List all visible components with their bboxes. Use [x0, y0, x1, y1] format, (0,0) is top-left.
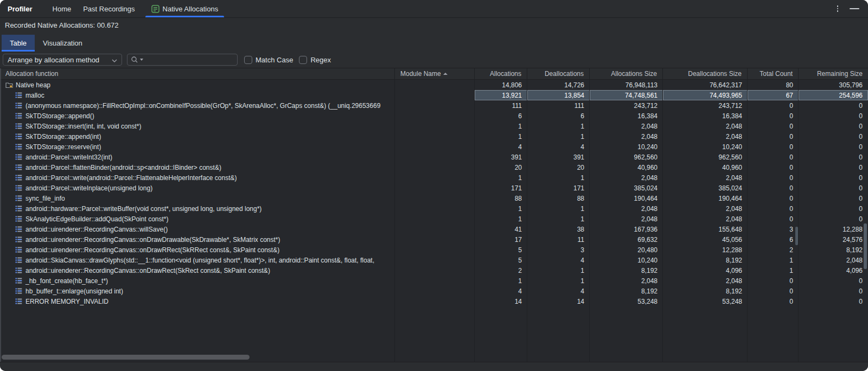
table-row[interactable]: android::Parcel::write(android::Parcel::…	[0, 172, 868, 183]
cell-total-count: 0	[748, 121, 799, 131]
numeric-value: 88	[515, 195, 522, 202]
horizontal-scrollbar-thumb[interactable]	[2, 355, 250, 360]
regex-checkbox[interactable]	[299, 56, 307, 64]
numeric-value: 2	[789, 246, 793, 254]
table-row[interactable]: SkTDStorage::append()6616,38416,38400	[0, 111, 868, 121]
column-header-label: Module Name	[400, 70, 441, 78]
cell-module-name	[395, 142, 475, 152]
column-header-allocations-size[interactable]: Allocations Size	[590, 68, 663, 79]
tab-table[interactable]: Table	[2, 35, 35, 52]
cell-allocations-size: 2,048	[590, 131, 663, 142]
nav-tab-home[interactable]: Home	[47, 0, 78, 17]
table-row[interactable]: Native heap14,80614,72676,948,11376,642,…	[0, 80, 868, 90]
cell-deallocations-size: 2,048	[663, 121, 748, 131]
table-row[interactable]: _hb_font_create(hb_face_t*)112,0482,0480…	[0, 276, 868, 286]
table-row[interactable]: (anonymous namespace)::FillRectOpImpl::o…	[0, 100, 868, 111]
column-header-module-name[interactable]: Module Name	[395, 68, 475, 79]
column-header-total-count[interactable]: Total Count	[748, 68, 799, 79]
allocation-function-name: android::SkiaCanvas::drawGlyphs(std::__1…	[25, 257, 374, 264]
table-row[interactable]: android::uirenderer::RecordingCanvas::wi…	[0, 224, 868, 234]
table-row[interactable]: SkTDStorage::append(int)112,0482,04800	[0, 131, 868, 142]
cell-allocations-size: 76,948,113	[590, 80, 663, 90]
column-header-deallocations[interactable]: Deallocations	[527, 68, 590, 79]
numeric-value: 40,960	[722, 164, 742, 171]
table-row[interactable]: malloc13,92113,85474,748,56174,493,96567…	[0, 90, 868, 100]
kebab-menu-icon[interactable]	[835, 4, 840, 14]
table-row[interactable]: android::uirenderer::RecordingCanvas::on…	[0, 234, 868, 245]
table-row[interactable]: SkAnalyticEdgeBuilder::addQuad(SkPoint c…	[0, 214, 868, 224]
search-input[interactable]	[145, 55, 234, 65]
numeric-value: 0	[859, 298, 863, 305]
arrange-by-dropdown[interactable]: Arrange by allocation method	[3, 54, 122, 66]
numeric-value: 2,048	[641, 123, 658, 130]
chevron-down-icon	[112, 56, 117, 64]
numeric-value: 2,048	[726, 215, 742, 223]
cell-allocations-size: 69,632	[590, 234, 663, 245]
cell-remaining-size: 305,796	[799, 80, 868, 90]
table-row[interactable]: android::hardware::Parcel::writeBuffer(v…	[0, 203, 868, 214]
table-row[interactable]: SkTDStorage::insert(int, int, void const…	[0, 121, 868, 131]
cell-allocation-function: android::Parcel::writeInt32(int)	[0, 152, 395, 162]
numeric-value: 0	[859, 133, 863, 140]
cell-module-name	[395, 255, 475, 265]
cell-total-count: 0	[748, 131, 799, 142]
column-separator	[474, 80, 475, 362]
table-row[interactable]: android::Parcel::writeInplace(unsigned l…	[0, 183, 868, 193]
table-row[interactable]: android::Parcel::flattenBinder(android::…	[0, 162, 868, 172]
column-header-remaining-size[interactable]: Remaining Size	[799, 68, 868, 79]
numeric-value: 190,464	[634, 195, 658, 202]
cell-deallocations: 14	[527, 296, 590, 306]
search-options-caret-icon	[140, 59, 143, 61]
match-case-option[interactable]: Match Case	[244, 56, 293, 64]
tab-visualization[interactable]: Visualization	[35, 35, 91, 52]
cell-module-name	[395, 296, 475, 306]
match-case-checkbox[interactable]	[244, 56, 252, 64]
cell-allocations: 6	[475, 111, 527, 121]
allocation-method-icon	[15, 215, 23, 223]
table-row[interactable]: sync_file_info8888190,464190,46400	[0, 193, 868, 203]
table-row[interactable]: SkTDStorage::reserve(int)4410,24010,2400…	[0, 142, 868, 152]
table-row[interactable]: android::uirenderer::RecordingCanvas::on…	[0, 265, 868, 276]
cell-total-count: 0	[748, 183, 799, 193]
column-separator	[747, 80, 748, 362]
vertical-scrollbar-thumb[interactable]	[864, 223, 867, 269]
cell-allocations: 4	[475, 286, 527, 296]
cell-deallocations: 1	[527, 131, 590, 142]
cell-remaining-size: 8,192	[799, 245, 868, 255]
column-header-label: Remaining Size	[817, 70, 863, 78]
regex-option[interactable]: Regex	[299, 56, 331, 64]
table-row[interactable]: hb_buffer_t::enlarge(unsigned int)448,19…	[0, 286, 868, 296]
allocation-function-name: hb_buffer_t::enlarge(unsigned int)	[25, 287, 123, 295]
numeric-value: 0	[859, 184, 863, 192]
table-row[interactable]: android::uirenderer::RecordingCanvas::on…	[0, 245, 868, 255]
numeric-value: 1	[580, 215, 584, 223]
numeric-value: 171	[511, 184, 522, 192]
allocations-table: Allocation functionModule NameAllocation…	[0, 68, 868, 362]
column-header-allocation-function[interactable]: Allocation function	[0, 68, 395, 79]
numeric-value: 0	[789, 123, 793, 130]
table-row[interactable]: android::SkiaCanvas::drawGlyphs(std::__1…	[0, 255, 868, 265]
cell-deallocations-size: 2,048	[663, 203, 748, 214]
cell-deallocations: 14,726	[527, 80, 590, 90]
nav-tab-past-recordings[interactable]: Past Recordings	[77, 0, 141, 17]
numeric-value: 2,048	[726, 133, 742, 140]
cell-total-count: 67	[748, 90, 799, 100]
cell-allocation-function: Native heap	[0, 80, 395, 90]
cell-remaining-size: 0	[799, 142, 868, 152]
cell-remaining-size: 0	[799, 172, 868, 183]
column-header-allocations[interactable]: Allocations	[475, 68, 527, 79]
numeric-value: 0	[789, 153, 793, 161]
minimize-icon[interactable]	[850, 8, 859, 9]
search-field[interactable]	[127, 54, 238, 66]
numeric-value: 14	[577, 298, 584, 305]
nav-tab-native-allocations[interactable]: Native Allocations	[145, 0, 225, 17]
column-header-label: Deallocations Size	[688, 70, 742, 78]
cell-deallocations-size: 962,560	[663, 152, 748, 162]
column-header-deallocations-size[interactable]: Deallocations Size	[663, 68, 748, 79]
cell-allocations-size: 190,464	[590, 193, 663, 203]
table-row[interactable]: android::Parcel::writeInt32(int)39139196…	[0, 152, 868, 162]
numeric-value: 1	[789, 267, 793, 274]
numeric-value: 5	[518, 246, 522, 254]
table-row[interactable]: ERROR MEMORY_INVALID141453,24853,24800	[0, 296, 868, 306]
bottom-strip	[0, 362, 868, 371]
